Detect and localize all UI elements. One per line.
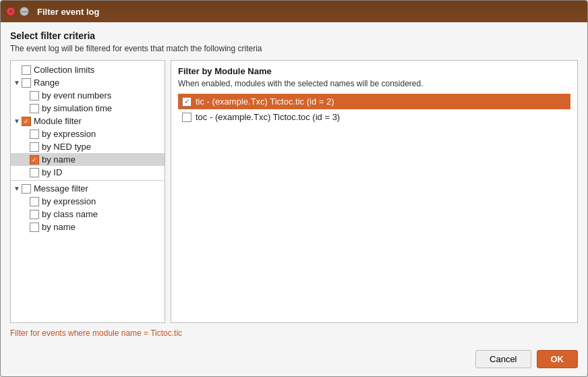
filter-event-log-window: × — Filter event log Select filter crite… xyxy=(0,0,588,377)
tree-label-message-filter: Message filter xyxy=(34,183,88,194)
tree-checkbox-module-by-expression[interactable] xyxy=(30,129,39,139)
tree-item-message-by-name[interactable]: by name xyxy=(11,221,165,233)
tree-checkbox-message-by-class-name[interactable] xyxy=(30,210,39,219)
tree-toggle-message-filter: ▼ xyxy=(13,185,22,192)
tree-checkbox-message-by-name[interactable] xyxy=(30,223,39,232)
module-label-toc: toc - (example.Txc) Tictoc.toc (id = 3) xyxy=(196,112,340,122)
module-checkbox-tic[interactable]: ✓ xyxy=(182,97,192,107)
titlebar: × — Filter event log xyxy=(1,1,587,22)
tree-checkbox-range[interactable] xyxy=(22,78,31,88)
tree-label-module-by-ned-type: by NED type xyxy=(42,142,91,152)
module-label-tic: tic - (example.Txc) Tictoc.tic (id = 2) xyxy=(196,96,334,107)
tree-item-message-by-expression[interactable]: by expression xyxy=(11,195,165,208)
tree-item-module-by-expression[interactable]: by expression xyxy=(11,127,165,140)
tree-checkbox-collection-limits[interactable] xyxy=(22,65,31,75)
tree-checkbox-message-filter[interactable] xyxy=(22,184,31,194)
tree-item-module-by-id[interactable]: by ID xyxy=(11,166,165,179)
tree-item-range-simulation-time[interactable]: by simulation time xyxy=(11,102,165,115)
tree-toggle-range: ▼ xyxy=(13,79,22,86)
tree-item-module-filter[interactable]: ▼✓Module filter xyxy=(11,115,165,127)
module-list: ✓tic - (example.Txc) Tictoc.tic (id = 2)… xyxy=(178,94,570,125)
tree-checkbox-module-by-ned-type[interactable] xyxy=(30,142,39,152)
tree-item-message-filter[interactable]: ▼Message filter xyxy=(11,182,165,195)
module-row-tic[interactable]: ✓tic - (example.Txc) Tictoc.tic (id = 2) xyxy=(178,94,570,109)
tree-item-module-by-name[interactable]: ✓by name xyxy=(11,153,165,166)
tree-checkbox-message-by-expression[interactable] xyxy=(30,197,39,206)
tree-checkbox-module-by-id[interactable] xyxy=(30,168,39,177)
tree-item-module-by-ned-type[interactable]: by NED type xyxy=(11,140,165,153)
minimize-button[interactable]: — xyxy=(20,7,29,16)
tree-label-range: Range xyxy=(34,78,59,88)
tree-item-collection-limits[interactable]: Collection limits xyxy=(11,63,165,76)
content-area: Select filter criteria The event log wil… xyxy=(1,22,587,345)
tree-item-message-by-class-name[interactable]: by class name xyxy=(11,208,165,221)
tree-label-module-by-expression: by expression xyxy=(42,129,96,139)
right-panel: Filter by Module Name When enabled, modu… xyxy=(171,60,578,323)
tree-label-message-by-class-name: by class name xyxy=(42,209,98,219)
tree-label-message-by-name: by name xyxy=(42,222,76,232)
tree-checkbox-module-filter[interactable]: ✓ xyxy=(22,117,31,126)
tree-label-range-simulation-time: by simulation time xyxy=(42,103,112,113)
close-button[interactable]: × xyxy=(6,7,16,16)
main-area: Collection limits▼Rangeby event numbersb… xyxy=(10,60,578,323)
module-checkbox-toc[interactable] xyxy=(182,113,192,122)
filter-tree-panel: Collection limits▼Rangeby event numbersb… xyxy=(10,60,165,323)
tree-item-range[interactable]: ▼Range xyxy=(11,76,165,89)
tree-checkbox-module-by-name[interactable]: ✓ xyxy=(30,155,39,165)
bottom-bar: Cancel OK xyxy=(1,345,587,376)
tree-label-module-by-name: by name xyxy=(42,154,76,165)
tree-label-collection-limits: Collection limits xyxy=(34,65,94,75)
ok-button[interactable]: OK xyxy=(537,350,579,368)
tree-checkbox-range-event-numbers[interactable] xyxy=(30,91,39,100)
cancel-button[interactable]: Cancel xyxy=(475,350,531,368)
module-row-toc[interactable]: toc - (example.Txc) Tictoc.toc (id = 3) xyxy=(178,109,570,125)
tree-label-module-filter: Module filter xyxy=(34,116,82,126)
tree-item-range-event-numbers[interactable]: by event numbers xyxy=(11,89,165,102)
section-title: Select filter criteria xyxy=(10,30,578,41)
section-subtitle: The event log will be filtered for event… xyxy=(10,44,578,53)
tree-label-module-by-id: by ID xyxy=(42,167,62,177)
tree-label-range-event-numbers: by event numbers xyxy=(42,90,111,100)
filter-panel-desc: When enabled, modules with the selected … xyxy=(178,79,570,88)
tree-checkbox-range-simulation-time[interactable] xyxy=(30,104,39,113)
tree-label-message-by-expression: by expression xyxy=(42,196,96,206)
filter-panel-title: Filter by Module Name xyxy=(178,66,570,76)
tree-toggle-module-filter: ▼ xyxy=(13,117,22,125)
window-title: Filter event log xyxy=(37,7,99,17)
status-bar: Filter for events where module name = Ti… xyxy=(10,328,578,338)
